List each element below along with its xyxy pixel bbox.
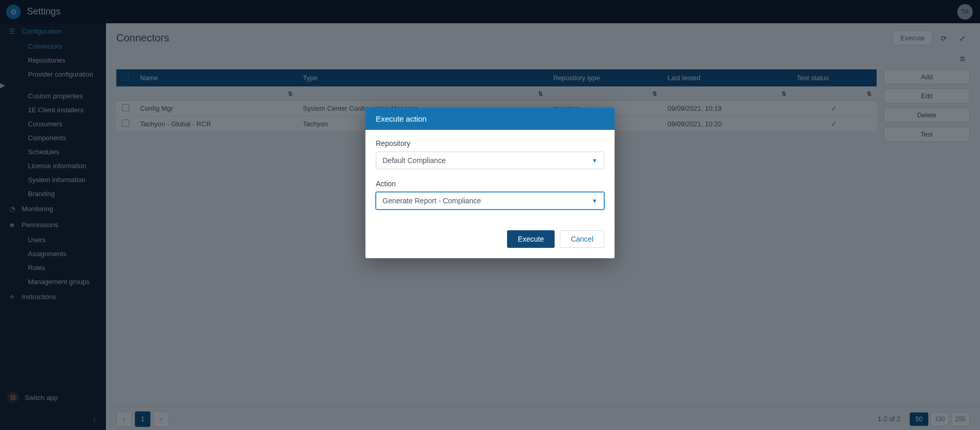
repository-select[interactable]: Default Compliance ▼: [376, 152, 604, 169]
chevron-down-icon: ▼: [592, 198, 598, 204]
modal-cancel-button[interactable]: Cancel: [560, 230, 604, 248]
repository-value: Default Compliance: [382, 156, 446, 165]
chevron-down-icon: ▼: [592, 157, 598, 164]
modal-execute-button[interactable]: Execute: [507, 230, 555, 248]
modal-title: Execute action: [365, 108, 615, 130]
action-select[interactable]: Generate Report - Compliance ▼: [376, 192, 604, 210]
repository-label: Repository: [376, 139, 604, 147]
action-value: Generate Report - Compliance: [382, 197, 481, 205]
modal-overlay: Execute action Repository Default Compli…: [0, 0, 980, 430]
execute-action-modal: Execute action Repository Default Compli…: [365, 108, 615, 258]
action-label: Action: [376, 180, 604, 188]
